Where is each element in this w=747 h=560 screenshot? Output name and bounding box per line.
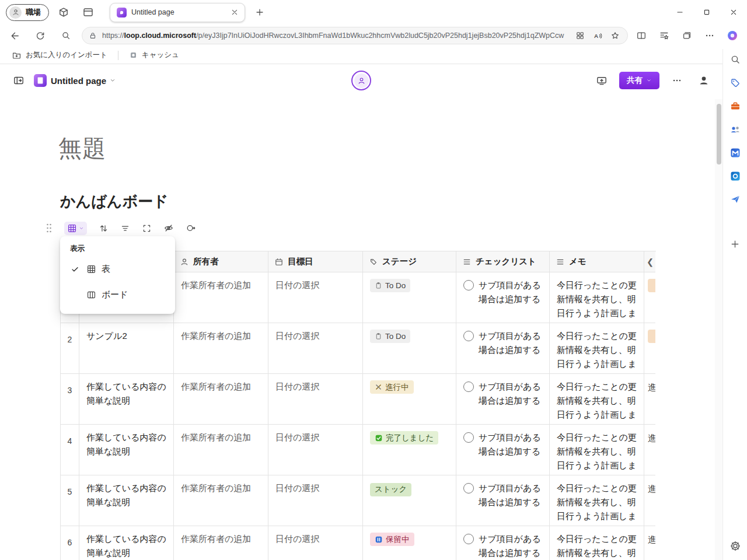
due-cell[interactable]: 日付の選択	[268, 374, 363, 425]
checkbox-circle[interactable]	[463, 331, 474, 341]
checklist-cell[interactable]: サブ項目がある場合は追加する	[456, 272, 550, 323]
url-field[interactable]: https://loop.cloud.microsoft/p/eyJ3Ijp7I…	[82, 27, 628, 44]
checkbox-circle[interactable]	[463, 280, 474, 290]
sidebar-add-icon[interactable]	[727, 236, 743, 252]
share-button[interactable]: 共有	[619, 72, 659, 89]
checkbox-circle[interactable]	[463, 432, 474, 443]
search-icon[interactable]	[56, 26, 76, 46]
m365-icon[interactable]	[727, 145, 743, 161]
grid-icon[interactable]	[573, 28, 588, 43]
checklist-cell[interactable]: サブ項目がある場合は追加する	[456, 425, 550, 475]
favorites-bar-icon[interactable]	[654, 26, 674, 46]
checklist-cell[interactable]: サブ項目がある場合は追加する	[456, 323, 550, 374]
stage-badge[interactable]: 完了しました	[370, 431, 438, 444]
browser-more-icon[interactable]	[700, 26, 720, 46]
shopping-tag-icon[interactable]	[727, 75, 743, 91]
memo-cell[interactable]: 今日行ったことの更新情報を共有し、明日行うよう計画します	[550, 475, 644, 526]
header-checklist[interactable]: チェックリスト	[456, 251, 550, 272]
pane-toggle-icon[interactable]	[9, 71, 28, 90]
account-icon[interactable]	[694, 71, 713, 90]
stage-cell[interactable]: 進行中	[363, 374, 456, 425]
checkbox-circle[interactable]	[463, 382, 474, 392]
send-plane-icon[interactable]	[727, 191, 743, 208]
import-favorites-item[interactable]: お気に入りのインポート	[7, 48, 112, 62]
copilot-icon[interactable]	[722, 26, 742, 46]
owner-cell[interactable]: 作業所有者の追加	[174, 475, 268, 526]
task-cell[interactable]: 作業している内容の簡単な説明	[79, 374, 174, 425]
browser-tab[interactable]: Untitled page	[110, 3, 245, 22]
sidebar-search-icon[interactable]	[727, 51, 743, 68]
task-cell[interactable]: 作業している内容の簡単な説明	[79, 475, 174, 526]
loop-more-icon[interactable]	[668, 71, 686, 90]
refresh-icon[interactable]	[30, 26, 50, 46]
checkbox-circle[interactable]	[463, 483, 474, 494]
collections-icon[interactable]	[677, 26, 697, 46]
owner-cell[interactable]: 作業所有者の追加	[174, 272, 268, 323]
document-title[interactable]: 無題	[58, 134, 722, 162]
memo-cell[interactable]: 今日行ったことの更新情報を共有し、明日行うよう計画します	[550, 425, 644, 475]
checklist-cell[interactable]: サブ項目がある場合は追加する	[456, 475, 550, 526]
memo-cell[interactable]: 今日行ったことの更新情報を共有し、明日行うよう計画します	[550, 272, 644, 323]
stage-badge[interactable]: 進行中	[370, 380, 414, 394]
view-menu-item-table[interactable]: 表	[60, 259, 175, 279]
content-scrollbar[interactable]	[715, 99, 722, 560]
task-cell[interactable]: 作業している内容の簡単な説明	[79, 425, 174, 475]
read-aloud-icon[interactable]: A	[590, 28, 605, 43]
stage-cell[interactable]: 保留中	[363, 526, 456, 560]
hide-column-icon[interactable]	[163, 223, 174, 233]
header-collapsed-column[interactable]: ❮	[644, 251, 655, 272]
split-screen-icon[interactable]	[631, 26, 651, 46]
stage-cell[interactable]: To Do	[363, 323, 456, 374]
workspaces-icon[interactable]	[54, 2, 74, 22]
view-switcher-button[interactable]	[64, 222, 87, 235]
favorite-star-icon[interactable]	[608, 28, 623, 43]
outlook-icon[interactable]	[727, 168, 743, 184]
header-stage[interactable]: ステージ	[363, 251, 456, 272]
stage-cell[interactable]: ストック	[363, 475, 456, 526]
due-cell[interactable]: 日付の選択	[268, 323, 363, 374]
due-cell[interactable]: 日付の選択	[268, 272, 363, 323]
site-lock-icon[interactable]	[88, 31, 97, 40]
new-tab-icon[interactable]	[250, 2, 270, 22]
tab-actions-icon[interactable]	[78, 2, 98, 22]
owner-cell[interactable]: 作業所有者の追加	[174, 526, 268, 560]
due-cell[interactable]: 日付の選択	[268, 425, 363, 475]
memo-cell[interactable]: 今日行ったことの更新情報を共有し、明日行うよう計画します	[550, 374, 644, 425]
owner-cell[interactable]: 作業所有者の追加	[174, 425, 268, 475]
close-button[interactable]	[720, 0, 747, 24]
view-menu-item-board[interactable]: ボード	[60, 285, 175, 304]
memo-cell[interactable]: 今日行ったことの更新情報を共有し、明日行うよう計画します	[550, 323, 644, 374]
checkbox-circle[interactable]	[463, 534, 474, 544]
present-icon[interactable]	[592, 71, 611, 90]
loop-page-title-button[interactable]: Untitled page	[51, 76, 116, 86]
sync-source-icon[interactable]	[186, 223, 196, 233]
scrollbar-thumb[interactable]	[717, 104, 721, 164]
settings-gear-icon[interactable]	[727, 538, 743, 554]
presence-avatar[interactable]	[351, 71, 371, 90]
expand-icon[interactable]	[142, 223, 152, 233]
header-due[interactable]: 目標日	[268, 251, 363, 272]
header-memo[interactable]: メモ	[550, 251, 644, 272]
due-cell[interactable]: 日付の選択	[268, 526, 363, 560]
filter-icon[interactable]	[120, 223, 130, 233]
header-owner[interactable]: 所有者	[174, 251, 268, 272]
profile-button[interactable]: 職場	[6, 4, 49, 21]
checklist-cell[interactable]: サブ項目がある場合は追加する	[456, 374, 550, 425]
stage-badge[interactable]: 保留中	[370, 533, 414, 546]
memo-cell[interactable]: 今日行ったことの更新情報を共有し、明日行うよう計画します	[550, 526, 644, 560]
owner-cell[interactable]: 作業所有者の追加	[174, 374, 268, 425]
due-cell[interactable]: 日付の選択	[268, 475, 363, 526]
drag-handle-icon[interactable]	[46, 223, 53, 233]
stage-badge[interactable]: ストック	[370, 483, 411, 496]
back-icon[interactable]	[5, 26, 25, 46]
board-section-title[interactable]: かんばんボード	[60, 192, 722, 210]
briefcase-icon[interactable]	[727, 98, 743, 114]
owner-cell[interactable]: 作業所有者の追加	[174, 323, 268, 374]
stage-badge[interactable]: To Do	[370, 279, 410, 292]
cache-bookmark-item[interactable]: キャッシュ	[124, 48, 184, 62]
stage-cell[interactable]: To Do	[363, 272, 456, 323]
task-cell[interactable]: サンプル2	[79, 323, 174, 374]
tab-close-icon[interactable]	[228, 6, 241, 19]
task-cell[interactable]: 作業している内容の簡単な説明	[79, 526, 174, 560]
people-icon[interactable]	[727, 121, 743, 138]
